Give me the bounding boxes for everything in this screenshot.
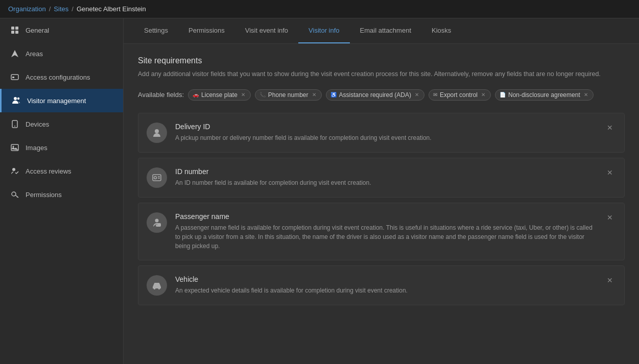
tab-visitor-info[interactable]: Visitor info xyxy=(298,18,349,43)
passenger-name-icon xyxy=(147,212,167,233)
tabs-bar: Settings Permissions Visit event info Vi… xyxy=(124,18,639,44)
sidebar-item-devices-label: Devices xyxy=(26,120,49,128)
chip-assistance-required-label: Assistance required (ADA) xyxy=(339,91,411,99)
sidebar-item-general-label: General xyxy=(26,27,49,34)
section-desc: Add any additional visitor fields that y… xyxy=(138,69,625,79)
vehicle-remove-button[interactable]: ✕ xyxy=(604,275,616,285)
sidebar-item-access-reviews-label: Access reviews xyxy=(26,167,72,175)
breadcrumb-current: Genetec Albert Einstein xyxy=(77,5,146,13)
breadcrumb-sep1: / xyxy=(49,5,51,13)
svg-point-24 xyxy=(158,287,160,289)
svg-point-10 xyxy=(14,126,15,127)
chip-non-disclosure-label: Non-disclosure agreement xyxy=(508,91,580,99)
delivery-id-title: Delivery ID xyxy=(175,123,596,131)
svg-rect-0 xyxy=(11,27,14,30)
field-item-passenger-name: Passenger name A passenger name field is… xyxy=(138,203,625,260)
id-number-content: ID number An ID number field is availabl… xyxy=(175,167,596,187)
svg-point-8 xyxy=(17,98,19,100)
chip-license-plate[interactable]: 🚗 License plate ✕ xyxy=(188,89,251,101)
chip-phone-number-label: Phone number xyxy=(268,91,309,99)
vehicle-icon xyxy=(147,275,167,296)
content-body: Site requirements Add any additional vis… xyxy=(124,44,639,364)
field-item-vehicle: Vehicle An expected vehicle details fiel… xyxy=(138,265,625,305)
tab-permissions[interactable]: Permissions xyxy=(178,18,235,43)
license-plate-chip-icon: 🚗 xyxy=(193,92,199,98)
chip-phone-number-close[interactable]: ✕ xyxy=(312,92,316,98)
svg-point-13 xyxy=(12,168,15,171)
available-fields-row: Available fields: 🚗 License plate ✕ 📞 Ph… xyxy=(138,89,625,101)
vehicle-title: Vehicle xyxy=(175,275,596,283)
tab-visit-event-info[interactable]: Visit event info xyxy=(235,18,298,43)
chip-assistance-required[interactable]: ♿ Assistance required (ADA) ✕ xyxy=(326,89,424,101)
user-check-icon xyxy=(10,166,19,176)
sidebar-item-permissions-label: Permissions xyxy=(26,191,62,199)
chip-non-disclosure-close[interactable]: ✕ xyxy=(584,92,588,98)
tab-email-attachment[interactable]: Email attachment xyxy=(350,18,421,43)
grid-icon xyxy=(10,26,19,35)
svg-point-20 xyxy=(155,219,159,222)
chip-license-plate-close[interactable]: ✕ xyxy=(241,92,245,98)
people-icon xyxy=(12,96,21,105)
sidebar-item-images-label: Images xyxy=(26,144,48,152)
passenger-name-desc: A passenger name field is available for … xyxy=(175,223,596,251)
chip-export-control-close[interactable]: ✕ xyxy=(481,92,485,98)
tab-settings[interactable]: Settings xyxy=(134,18,178,43)
chip-phone-number[interactable]: 📞 Phone number ✕ xyxy=(255,89,322,101)
chip-export-control-label: Export control xyxy=(440,91,478,99)
sidebar-item-visitor-management[interactable]: Visitor management xyxy=(0,89,123,112)
breadcrumb-sites[interactable]: Sites xyxy=(54,5,68,13)
sidebar-item-access-reviews[interactable]: Access reviews xyxy=(0,159,123,183)
sidebar-item-areas-label: Areas xyxy=(26,50,43,58)
sidebar-item-images[interactable]: Images xyxy=(0,136,123,159)
vehicle-content: Vehicle An expected vehicle details fiel… xyxy=(175,275,596,295)
delivery-id-desc: A pickup number or delivery number field… xyxy=(175,133,596,142)
sidebar: General Areas Access configurations xyxy=(0,18,124,364)
id-number-desc: An ID number field is available for comp… xyxy=(175,178,596,187)
passenger-name-remove-button[interactable]: ✕ xyxy=(604,212,616,223)
sidebar-item-general[interactable]: General xyxy=(0,18,123,42)
svg-point-15 xyxy=(155,129,159,133)
field-item-id-number: ID number An ID number field is availabl… xyxy=(138,158,625,198)
sidebar-item-access-configurations[interactable]: Access configurations xyxy=(0,65,123,89)
id-number-remove-button[interactable]: ✕ xyxy=(604,167,616,178)
svg-rect-1 xyxy=(15,27,18,30)
key-icon xyxy=(10,190,19,199)
chip-assistance-required-close[interactable]: ✕ xyxy=(415,92,419,98)
chip-non-disclosure[interactable]: 📄 Non-disclosure agreement ✕ xyxy=(495,89,594,101)
sidebar-item-areas[interactable]: Areas xyxy=(0,42,123,65)
id-number-icon xyxy=(147,167,167,188)
content-area: Settings Permissions Visit event info Vi… xyxy=(124,18,639,364)
navigate-icon xyxy=(10,49,19,58)
assistance-chip-icon: ♿ xyxy=(330,92,337,98)
svg-rect-2 xyxy=(11,31,14,34)
device-icon xyxy=(10,119,19,129)
svg-point-17 xyxy=(154,176,157,179)
svg-rect-3 xyxy=(15,31,18,34)
svg-point-23 xyxy=(154,287,156,289)
delivery-id-icon xyxy=(147,123,167,143)
delivery-id-content: Delivery ID A pickup number or delivery … xyxy=(175,123,596,142)
breadcrumb-org[interactable]: Organization xyxy=(8,5,46,13)
sidebar-item-access-configurations-label: Access configurations xyxy=(26,74,90,81)
chip-export-control[interactable]: ✉ Export control ✕ xyxy=(429,89,491,101)
field-item-delivery-id: Delivery ID A pickup number or delivery … xyxy=(138,113,625,153)
image-icon xyxy=(10,143,19,152)
breadcrumb-sep2: / xyxy=(72,5,74,13)
svg-point-7 xyxy=(14,97,17,100)
svg-marker-4 xyxy=(11,50,18,57)
passenger-name-title: Passenger name xyxy=(175,212,596,221)
nda-chip-icon: 📄 xyxy=(500,92,506,98)
available-label: Available fields: xyxy=(138,91,184,99)
phone-chip-icon: 📞 xyxy=(259,92,266,98)
export-chip-icon: ✉ xyxy=(433,92,437,98)
section-title: Site requirements xyxy=(138,56,625,65)
svg-point-22 xyxy=(156,224,157,225)
id-number-title: ID number xyxy=(175,167,596,176)
sidebar-item-permissions[interactable]: Permissions xyxy=(0,183,123,206)
sidebar-item-devices[interactable]: Devices xyxy=(0,112,123,136)
breadcrumb: Organization / Sites / Genetec Albert Ei… xyxy=(0,0,639,18)
chip-license-plate-label: License plate xyxy=(201,91,238,99)
delivery-id-remove-button[interactable]: ✕ xyxy=(604,123,616,133)
vehicle-desc: An expected vehicle details field is ava… xyxy=(175,286,596,295)
tab-kiosks[interactable]: Kiosks xyxy=(421,18,461,43)
